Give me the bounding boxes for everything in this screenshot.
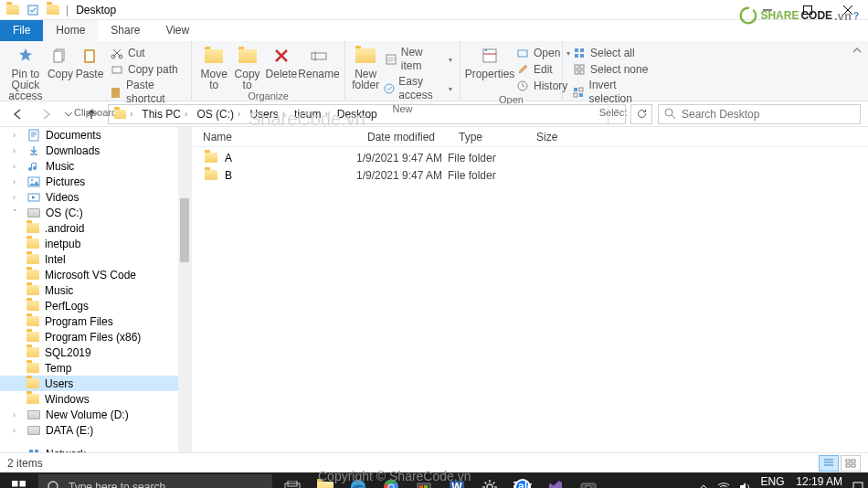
file-row[interactable]: A1/9/2021 9:47 AMFile folder xyxy=(192,149,868,166)
tree-item[interactable]: ›DATA (E:) xyxy=(0,422,191,438)
tree-item[interactable]: Temp xyxy=(0,360,191,376)
tree-item[interactable]: PerfLogs xyxy=(0,298,191,313)
task-view-button[interactable] xyxy=(276,472,309,488)
file-row[interactable]: B1/9/2021 9:47 AMFile folder xyxy=(192,166,868,184)
tree-item[interactable]: .android xyxy=(0,220,191,236)
properties-button[interactable]: Properties xyxy=(466,43,513,80)
tab-share[interactable]: Share xyxy=(98,20,153,41)
tray-chevron-icon[interactable] xyxy=(699,483,708,488)
tree-item[interactable]: ›Documents xyxy=(0,127,191,143)
svg-rect-6 xyxy=(54,51,62,62)
pin-quick-access-button[interactable]: Pin to Quick access xyxy=(5,43,46,101)
recent-button[interactable] xyxy=(62,104,75,124)
svg-line-35 xyxy=(672,115,675,119)
move-to-button[interactable]: Move to xyxy=(197,43,230,90)
tree-item[interactable]: ›Network xyxy=(0,446,191,452)
taskbar-visualstudio[interactable] xyxy=(539,472,572,488)
svg-rect-19 xyxy=(483,49,496,62)
svg-rect-29 xyxy=(580,70,584,74)
sharecode-logo: SHARECODE.vn? xyxy=(738,5,859,26)
invert-selection-button[interactable]: Invert selection xyxy=(570,78,658,107)
tray-language[interactable]: ENGVI xyxy=(761,476,785,488)
tree-item[interactable]: ›New Volume (D:) xyxy=(0,407,191,422)
tray-volume-icon[interactable] xyxy=(739,482,752,488)
svg-rect-40 xyxy=(29,450,33,452)
tree-item[interactable]: Program Files xyxy=(0,313,191,329)
taskbar-chrome[interactable] xyxy=(375,472,408,488)
taskbar-zalo[interactable]: Zalo xyxy=(506,472,539,488)
select-none-button[interactable]: Select none xyxy=(570,61,658,78)
tray-notifications-icon[interactable] xyxy=(852,481,864,488)
svg-rect-23 xyxy=(580,48,584,52)
taskbar-explorer[interactable] xyxy=(309,472,342,488)
tray-clock[interactable]: 12:19 AM1/10/2021 xyxy=(794,476,842,488)
delete-button[interactable]: Delete xyxy=(264,43,299,80)
column-name[interactable]: Name xyxy=(192,131,356,143)
taskbar-settings[interactable] xyxy=(473,472,506,488)
tab-file[interactable]: File xyxy=(0,20,43,41)
column-type[interactable]: Type xyxy=(448,131,525,143)
back-button[interactable] xyxy=(7,104,29,124)
rename-button[interactable]: Rename xyxy=(299,43,339,80)
nav-tree[interactable]: ›Documents›Downloads›Music›Pictures›Vide… xyxy=(0,127,192,452)
tree-item[interactable]: ˅OS (C:) xyxy=(0,205,191,220)
tab-view[interactable]: View xyxy=(153,20,202,41)
tree-item[interactable]: Music xyxy=(0,282,191,298)
svg-rect-27 xyxy=(580,65,584,69)
taskbar-store[interactable] xyxy=(408,472,440,488)
ribbon-collapse-button[interactable] xyxy=(846,41,868,101)
svg-rect-25 xyxy=(580,54,584,58)
select-all-button[interactable]: Select all xyxy=(570,45,658,61)
folder-icon xyxy=(46,3,60,17)
tree-item[interactable]: Program Files (x86) xyxy=(0,329,191,345)
copy-path-button[interactable]: Copy path xyxy=(108,61,185,78)
tree-item[interactable]: Intel xyxy=(0,251,191,267)
scrollbar[interactable] xyxy=(178,127,191,452)
paste-button[interactable]: Paste xyxy=(75,43,104,80)
svg-rect-12 xyxy=(111,88,120,98)
taskbar-word[interactable]: W xyxy=(440,472,473,488)
chevron-down-icon[interactable]: ˅ xyxy=(608,105,625,123)
breadcrumb[interactable]: › This PC› OS (C:)› Users› tieum› Deskto… xyxy=(108,104,626,124)
view-details-button[interactable] xyxy=(819,455,839,472)
svg-rect-8 xyxy=(86,51,93,61)
tree-item[interactable]: inetpub xyxy=(0,236,191,251)
column-date[interactable]: Date modified xyxy=(356,131,448,143)
cut-button[interactable]: Cut xyxy=(108,45,185,61)
up-button[interactable] xyxy=(80,104,102,124)
easy-access-button[interactable]: Easy access▾ xyxy=(382,74,454,103)
search-icon xyxy=(664,108,676,120)
copy-button[interactable]: Copy xyxy=(46,43,75,80)
folder-icon xyxy=(5,3,20,17)
tree-item[interactable]: SQL2019 xyxy=(0,345,191,360)
search-icon xyxy=(48,481,61,489)
taskbar-edge[interactable] xyxy=(342,472,375,488)
forward-button[interactable] xyxy=(35,104,57,124)
start-button[interactable] xyxy=(0,472,37,488)
search-input[interactable] xyxy=(658,104,861,124)
refresh-button[interactable] xyxy=(630,104,652,124)
tree-item[interactable]: Microsoft VS Code xyxy=(0,267,191,282)
scrollbar-thumb[interactable] xyxy=(180,198,189,262)
copy-to-button[interactable]: Copy to xyxy=(230,43,263,90)
taskbar-search[interactable]: Type here to search xyxy=(38,474,272,488)
tree-item[interactable]: ›Music xyxy=(0,158,191,174)
svg-point-51 xyxy=(48,482,58,489)
new-folder-button[interactable]: New folder xyxy=(351,43,380,90)
tray-wifi-icon[interactable] xyxy=(717,482,730,488)
paste-shortcut-button[interactable]: Paste shortcut xyxy=(108,78,185,107)
tree-item[interactable]: ›Downloads xyxy=(0,143,191,158)
svg-point-38 xyxy=(31,179,33,181)
tree-item[interactable]: Windows xyxy=(0,391,191,407)
tree-item[interactable]: ›Videos xyxy=(0,189,191,205)
qat-item[interactable] xyxy=(26,3,40,17)
new-item-button[interactable]: New item▾ xyxy=(382,45,454,74)
tab-home[interactable]: Home xyxy=(43,20,98,41)
tree-item[interactable]: ›Pictures xyxy=(0,174,191,189)
svg-rect-45 xyxy=(846,464,850,467)
view-icons-button[interactable] xyxy=(841,455,861,472)
column-size[interactable]: Size xyxy=(525,131,580,143)
taskbar-camera[interactable] xyxy=(572,472,605,488)
svg-text:Zalo: Zalo xyxy=(513,480,532,488)
tree-item[interactable]: Users xyxy=(0,376,191,391)
